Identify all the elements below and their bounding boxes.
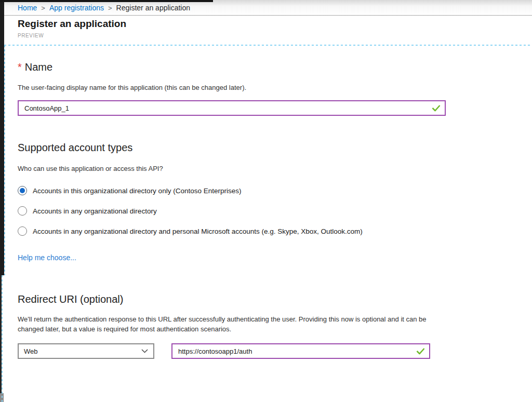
blade-header: Register an application PREVIEW xyxy=(4,16,532,45)
radio-option-0[interactable]: Accounts in this organizational director… xyxy=(18,186,241,195)
breadcrumb-separator: > xyxy=(41,4,45,12)
redirect-uri-description: We'll return the authentication response… xyxy=(18,314,436,334)
redirect-uri-heading: Redirect URI (optional) xyxy=(18,293,123,305)
name-input-wrap xyxy=(18,100,446,116)
checkmark-icon xyxy=(416,348,425,355)
name-heading-label: Name xyxy=(25,61,52,73)
breadcrumb-current: Register an application xyxy=(116,4,190,12)
radio-option-label: Accounts in any organizational directory… xyxy=(33,227,363,235)
preview-badge: PREVIEW xyxy=(18,33,44,38)
name-section-heading: *Name xyxy=(18,61,52,73)
breadcrumb-bar: Home>App registrations>Register an appli… xyxy=(0,0,532,16)
focus-outline-left xyxy=(4,45,5,275)
redirect-uri-input[interactable] xyxy=(172,344,429,358)
left-edge-strip xyxy=(0,0,4,275)
focus-outline-left xyxy=(2,275,3,402)
redirect-type-select[interactable]: Web xyxy=(18,343,154,359)
breadcrumb-home[interactable]: Home xyxy=(18,4,37,12)
radio-button-icon xyxy=(18,226,27,236)
radio-option-1[interactable]: Accounts in any organizational directory xyxy=(18,206,157,216)
focus-outline-top xyxy=(4,45,532,46)
account-types-heading: Supported account types xyxy=(18,142,132,154)
radio-option-label: Accounts in any organizational directory xyxy=(33,207,157,215)
checkmark-icon xyxy=(432,105,441,112)
chevron-down-icon xyxy=(141,349,148,353)
redirect-type-value: Web xyxy=(24,347,38,355)
breadcrumb: Home>App registrations>Register an appli… xyxy=(18,4,190,12)
radio-option-2[interactable]: Accounts in any organizational directory… xyxy=(18,226,363,236)
account-types-description: Who can use this application or access t… xyxy=(18,164,163,173)
radio-button-icon xyxy=(18,206,27,216)
top-edge-bar xyxy=(0,0,213,2)
breadcrumb-app-registrations[interactable]: App registrations xyxy=(49,4,104,12)
name-description: The user-facing display name for this ap… xyxy=(18,83,246,92)
breadcrumb-separator: > xyxy=(108,4,112,12)
page-title: Register an application xyxy=(18,18,126,30)
radio-option-label: Accounts in this organizational director… xyxy=(33,187,241,195)
radio-button-icon xyxy=(18,186,27,195)
required-asterisk: * xyxy=(18,61,22,73)
app-name-input[interactable] xyxy=(19,101,445,115)
redirect-uri-input-wrap xyxy=(171,343,430,359)
help-me-choose-link[interactable]: Help me choose... xyxy=(18,253,76,262)
